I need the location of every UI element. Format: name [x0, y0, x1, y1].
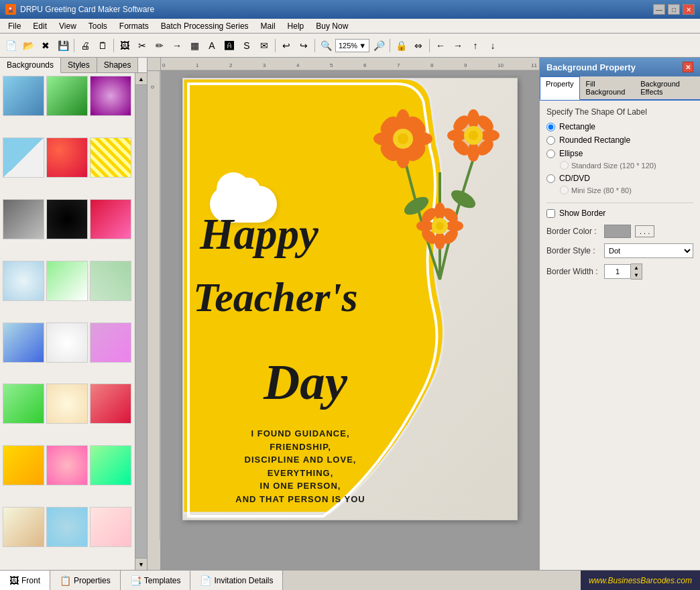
border-style-select[interactable]: Dot Solid Dash DashDot	[604, 243, 693, 258]
bg-thumb-7[interactable]	[3, 199, 44, 239]
menu-view[interactable]: View	[54, 20, 82, 32]
clipart-button[interactable]: ✂	[134, 38, 150, 54]
align-button[interactable]: ⇔	[410, 38, 426, 54]
bg-thumb-18[interactable]	[90, 384, 131, 424]
bg-thumb-17[interactable]	[46, 384, 88, 424]
bg-thumb-4[interactable]	[3, 137, 44, 178]
lock-button[interactable]: 🔒	[393, 38, 409, 54]
text-button[interactable]: A	[204, 38, 220, 54]
radio-mini-size[interactable]	[560, 186, 569, 194]
bottom-tab-templates[interactable]: 📑 Templates	[121, 571, 191, 590]
tab-styles[interactable]: Styles	[61, 58, 97, 72]
bg-thumb-5[interactable]	[46, 137, 88, 178]
bg-thumb-24[interactable]	[90, 507, 131, 547]
tab-background-effects[interactable]: Background Effects	[634, 76, 700, 99]
print-preview-button[interactable]: 🗒	[95, 38, 111, 54]
open-button[interactable]: 📂	[20, 38, 36, 54]
scroll-down-button[interactable]: ▼	[135, 558, 147, 570]
undo-button[interactable]: ↩	[278, 38, 294, 54]
greeting-card[interactable]: Happy Teacher's Day I FOUND GUIDANCE,FRI…	[182, 78, 518, 520]
save-button[interactable]: 💾	[55, 38, 71, 54]
image-button[interactable]: 🖼	[117, 38, 133, 54]
ruler-vertical: 0	[148, 71, 161, 570]
tab-property[interactable]: Property	[540, 76, 580, 100]
bg-thumb-19[interactable]	[3, 445, 44, 485]
bg-thumb-9[interactable]	[90, 199, 131, 239]
bg-thumb-13[interactable]	[3, 322, 44, 363]
bg-thumb-10[interactable]	[3, 261, 44, 301]
svg-text:4: 4	[296, 62, 300, 68]
menu-edit[interactable]: Edit	[27, 20, 52, 32]
radio-standard-size[interactable]	[560, 161, 569, 170]
bg-thumb-22[interactable]	[3, 507, 44, 547]
wordart-button[interactable]: 🅰	[221, 38, 237, 54]
radio-cddvd[interactable]	[546, 174, 555, 183]
menu-mail[interactable]: Mail	[255, 20, 281, 32]
toolbar-sep-5	[390, 39, 390, 52]
bottom-tab-front[interactable]: 🖼 Front	[0, 571, 50, 590]
bottom-tab-properties[interactable]: 📋 Properties	[50, 571, 121, 590]
print-button[interactable]: 🖨	[77, 38, 93, 54]
main-area: Backgrounds Styles Shapes	[0, 58, 700, 570]
radio-rounded-rect-row: Rounded Rectangle	[546, 135, 693, 145]
menu-tools[interactable]: Tools	[83, 20, 113, 32]
bg-thumb-11[interactable]	[46, 261, 88, 301]
new-button[interactable]: 📄	[3, 38, 19, 54]
border-color-picker-button[interactable]: . . .	[635, 225, 654, 237]
tab-backgrounds[interactable]: Backgrounds	[0, 58, 61, 73]
radio-rectangle[interactable]	[546, 123, 555, 131]
maximize-button[interactable]: □	[668, 4, 680, 15]
menu-file[interactable]: File	[3, 20, 26, 32]
bg-thumb-21[interactable]	[90, 445, 131, 485]
radio-rounded-rectangle[interactable]	[546, 136, 555, 145]
menu-help[interactable]: Help	[282, 20, 310, 32]
bg-thumb-20[interactable]	[46, 445, 88, 485]
next-button[interactable]: →	[450, 38, 466, 54]
up-button[interactable]: ↑	[467, 38, 483, 54]
prev-button[interactable]: ←	[432, 38, 449, 54]
scroll-up-button[interactable]: ▲	[135, 73, 147, 85]
bg-thumb-16[interactable]	[3, 384, 44, 424]
bg-thumb-8[interactable]	[46, 199, 88, 239]
redo-button[interactable]: ↪	[296, 38, 312, 54]
bg-thumb-12[interactable]	[90, 261, 131, 301]
bg-thumb-3[interactable]	[90, 76, 131, 116]
shape-button[interactable]: S	[239, 38, 255, 54]
bg-thumb-15[interactable]	[90, 322, 131, 363]
titlebar-controls: — □ ✕	[653, 4, 695, 15]
bg-thumb-2[interactable]	[46, 76, 88, 116]
tab-shapes[interactable]: Shapes	[97, 58, 139, 72]
ellipse-sub-options: Standard Size (120 * 120)	[546, 161, 693, 170]
menu-buynow[interactable]: Buy Now	[310, 20, 353, 32]
bg-thumb-6[interactable]	[90, 137, 131, 178]
card-happy-text: Happy	[200, 209, 318, 259]
bg-thumb-1[interactable]	[3, 76, 44, 116]
email-button[interactable]: ✉	[256, 38, 272, 54]
svg-text:2: 2	[229, 62, 233, 68]
bg-thumb-14[interactable]	[46, 322, 88, 363]
zoom-in-button[interactable]: 🔎	[371, 38, 387, 54]
minimize-button[interactable]: —	[653, 4, 665, 15]
bottom-tab-invitation[interactable]: 📄 Invitation Details	[190, 571, 283, 590]
zoom-out-button[interactable]: 🔍	[318, 38, 334, 54]
draw-button[interactable]: ✏	[152, 38, 168, 54]
bg-thumb-23[interactable]	[46, 507, 88, 547]
panel-close-button[interactable]: ✕	[683, 62, 693, 72]
border-color-swatch[interactable]	[604, 225, 631, 238]
barcode-button[interactable]: ▦	[186, 38, 202, 54]
menu-formats[interactable]: Formats	[114, 20, 154, 32]
spinner-up-button[interactable]: ▲	[631, 264, 642, 272]
close-button[interactable]: ✕	[683, 4, 695, 15]
menu-batch[interactable]: Batch Processing Series	[156, 20, 254, 32]
svg-text:3: 3	[263, 62, 266, 68]
zoom-dropdown-icon[interactable]: ▼	[359, 42, 366, 50]
tab-fill-background[interactable]: Fill Background	[580, 76, 635, 99]
radio-ellipse[interactable]	[546, 150, 555, 158]
border-width-input[interactable]	[604, 264, 631, 279]
close-doc-button[interactable]: ✖	[38, 38, 54, 54]
arrow-button[interactable]: →	[169, 38, 185, 54]
spinner-down-button[interactable]: ▼	[631, 272, 642, 279]
down-button[interactable]: ↓	[485, 38, 501, 54]
show-border-checkbox[interactable]	[546, 209, 555, 218]
ruler-corner	[148, 58, 161, 71]
